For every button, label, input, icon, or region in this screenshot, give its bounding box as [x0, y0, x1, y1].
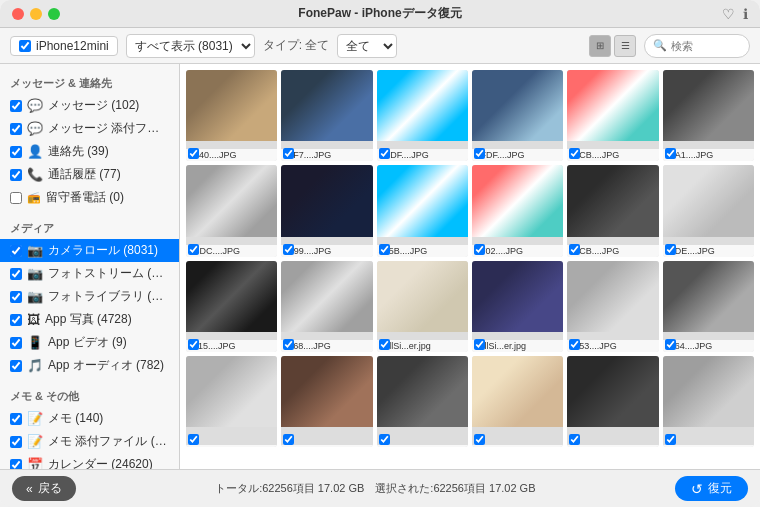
call-history-checkbox[interactable]: [10, 169, 22, 181]
sidebar-item-photo-stream[interactable]: 📷 フォトストリーム (1979): [0, 262, 179, 285]
photo-checkbox[interactable]: [665, 434, 676, 445]
sidebar-item-app-audio[interactable]: 🎵 App オーディオ (782): [0, 354, 179, 377]
photo-cell[interactable]: [567, 356, 658, 447]
photo-checkbox[interactable]: [665, 148, 676, 159]
photo-label: 32F7....JPG: [281, 149, 372, 161]
display-select[interactable]: すべて表示 (8031): [126, 34, 255, 58]
notes-checkbox[interactable]: [10, 413, 22, 425]
photo-cell[interactable]: 6268....JPG: [281, 261, 372, 352]
photo-library-checkbox[interactable]: [10, 291, 22, 303]
photo-thumbnail: [186, 356, 277, 427]
photo-checkbox[interactable]: [665, 339, 676, 350]
sidebar-item-camera-roll[interactable]: 📷 カメラロール (8031): [0, 239, 179, 262]
voicemail-checkbox[interactable]: [10, 192, 22, 204]
photo-cell[interactable]: 32F7....JPG: [281, 70, 372, 161]
device-checkbox[interactable]: [19, 40, 31, 52]
messages-checkbox[interactable]: [10, 100, 22, 112]
photo-cell[interactable]: FullSi...er.jpg: [472, 261, 563, 352]
photo-thumbnail: [186, 70, 277, 141]
photo-checkbox[interactable]: [379, 339, 390, 350]
info-icon[interactable]: ℹ: [743, 6, 748, 22]
photo-cell[interactable]: 5E40....JPG: [186, 70, 277, 161]
sidebar-item-call-history[interactable]: 📞 通話履歴 (77): [0, 163, 179, 186]
photo-checkbox[interactable]: [283, 244, 294, 255]
photo-cell[interactable]: 8153....JPG: [567, 261, 658, 352]
photo-cell[interactable]: F999....JPG: [281, 165, 372, 256]
photo-checkbox[interactable]: [569, 434, 580, 445]
sidebar-item-calendar[interactable]: 📅 カレンダー (24620): [0, 453, 179, 469]
photo-cell[interactable]: [186, 356, 277, 447]
photo-cell[interactable]: [663, 356, 754, 447]
photo-checkbox[interactable]: [474, 148, 485, 159]
app-video-checkbox[interactable]: [10, 337, 22, 349]
close-button[interactable]: [12, 8, 24, 20]
photo-checkbox[interactable]: [379, 434, 390, 445]
photo-cell[interactable]: [472, 356, 563, 447]
back-label: 戻る: [38, 480, 62, 497]
photo-checkbox[interactable]: [283, 339, 294, 350]
photo-cell[interactable]: FullSi...er.jpg: [377, 261, 468, 352]
photo-cell[interactable]: [281, 356, 372, 447]
camera-roll-checkbox[interactable]: [10, 245, 22, 257]
message-attach-checkbox[interactable]: [10, 123, 22, 135]
photo-checkbox[interactable]: [665, 244, 676, 255]
message-attach-label: メッセージ 添付ファイ...: [48, 120, 169, 137]
sidebar-item-voicemail[interactable]: 📻 留守番電話 (0): [0, 186, 179, 209]
photo-cell[interactable]: [377, 356, 468, 447]
sidebar-item-messages[interactable]: 💬 メッセージ (102): [0, 94, 179, 117]
list-view-button[interactable]: ☰: [614, 35, 636, 57]
photo-checkbox[interactable]: [569, 244, 580, 255]
photo-cell[interactable]: 485B....JPG: [377, 165, 468, 256]
photo-stream-checkbox[interactable]: [10, 268, 22, 280]
restore-button[interactable]: ↺ 復元: [675, 476, 748, 501]
app-audio-checkbox[interactable]: [10, 360, 22, 372]
photo-cell[interactable]: 82CB....JPG: [567, 70, 658, 161]
photo-checkbox[interactable]: [379, 244, 390, 255]
photo-cell[interactable]: FBDF....JPG: [377, 70, 468, 161]
type-select[interactable]: 全て: [337, 34, 397, 58]
maximize-button[interactable]: [48, 8, 60, 20]
photo-cell[interactable]: C3DC....JPG: [186, 165, 277, 256]
photo-checkbox[interactable]: [379, 148, 390, 159]
sidebar-item-message-attach[interactable]: 💬 メッセージ 添付ファイ...: [0, 117, 179, 140]
status-text: トータル:62256項目 17.02 GB 選択された:62256項目 17.0…: [86, 481, 665, 496]
calendar-checkbox[interactable]: [10, 459, 22, 470]
photo-checkbox[interactable]: [188, 339, 199, 350]
notes-label: メモ (140): [48, 410, 103, 427]
sidebar-item-photo-library[interactable]: 📷 フォトライブラリ (105): [0, 285, 179, 308]
photo-checkbox[interactable]: [283, 434, 294, 445]
photo-checkbox[interactable]: [474, 339, 485, 350]
search-input[interactable]: [671, 40, 741, 52]
sidebar-item-app-photos[interactable]: 🖼 App 写真 (4728): [0, 308, 179, 331]
app-audio-label: App オーディオ (782): [48, 357, 164, 374]
back-button[interactable]: « 戻る: [12, 476, 76, 501]
photo-checkbox[interactable]: [188, 434, 199, 445]
note-attach-checkbox[interactable]: [10, 436, 22, 448]
photo-cell[interactable]: 78DE....JPG: [663, 165, 754, 256]
photo-cell[interactable]: 26CB....JPG: [567, 165, 658, 256]
photo-cell[interactable]: EF02....JPG: [472, 165, 563, 256]
contacts-checkbox[interactable]: [10, 146, 22, 158]
photo-cell[interactable]: 3515....JPG: [186, 261, 277, 352]
photo-cell[interactable]: 2164....JPG: [663, 261, 754, 352]
sidebar-item-notes[interactable]: 📝 メモ (140): [0, 407, 179, 430]
grid-view-button[interactable]: ⊞: [589, 35, 611, 57]
sidebar-item-app-video[interactable]: 📱 App ビデオ (9): [0, 331, 179, 354]
photo-checkbox[interactable]: [188, 148, 199, 159]
photo-check-overlay: [665, 148, 676, 159]
photo-checkbox[interactable]: [188, 244, 199, 255]
minimize-button[interactable]: [30, 8, 42, 20]
sidebar-item-note-attach[interactable]: 📝 メモ 添付ファイル (51): [0, 430, 179, 453]
photo-label: 6268....JPG: [281, 340, 372, 352]
photo-checkbox[interactable]: [474, 244, 485, 255]
sidebar-item-contacts[interactable]: 👤 連絡先 (39): [0, 140, 179, 163]
photo-checkbox[interactable]: [474, 434, 485, 445]
app-photos-checkbox[interactable]: [10, 314, 22, 326]
photo-check-overlay: [665, 339, 676, 350]
heart-icon[interactable]: ♡: [722, 6, 735, 22]
photo-checkbox[interactable]: [283, 148, 294, 159]
photo-checkbox[interactable]: [569, 339, 580, 350]
photo-checkbox[interactable]: [569, 148, 580, 159]
photo-cell[interactable]: CFDF....JPG: [472, 70, 563, 161]
photo-cell[interactable]: 13A1....JPG: [663, 70, 754, 161]
